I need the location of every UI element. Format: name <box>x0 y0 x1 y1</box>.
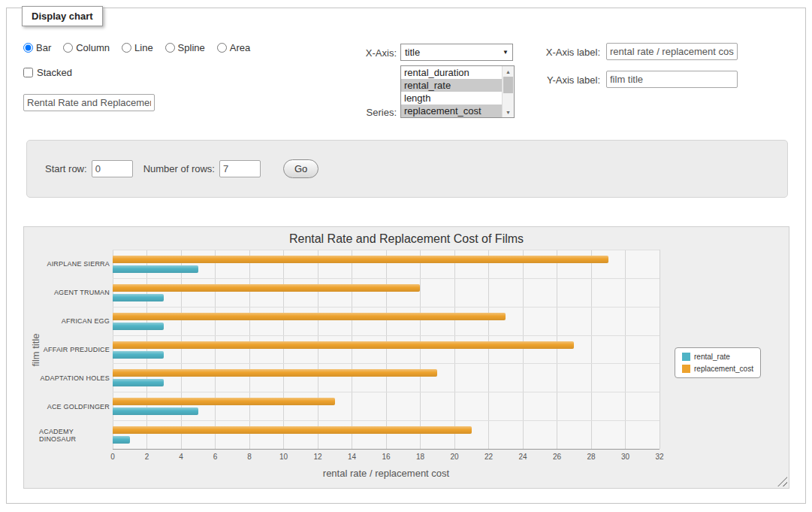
x-tick-label: 10 <box>279 453 288 461</box>
stacked-option[interactable]: Stacked <box>23 67 72 78</box>
category-label: AFRICAN EGG <box>39 307 110 335</box>
chart-type-option-spline[interactable]: Spline <box>165 42 205 53</box>
bar-replacement_cost <box>113 426 472 434</box>
chart-title-input[interactable] <box>23 94 155 111</box>
bar-rental_rate <box>113 436 130 444</box>
legend-item-rental_rate[interactable]: rental_rate <box>682 353 753 361</box>
scroll-down-icon[interactable]: ▼ <box>503 107 514 117</box>
bar-group <box>113 364 660 392</box>
series-list-label: Series: <box>322 107 397 118</box>
x-tick-label: 24 <box>518 453 527 461</box>
radio-column[interactable] <box>63 43 73 53</box>
x-axis-title: rental rate / replacement cost <box>113 468 660 479</box>
radio-spline[interactable] <box>165 43 175 53</box>
x-tick-label: 32 <box>655 453 663 461</box>
chart-legend: rental_ratereplacement_cost <box>675 347 761 378</box>
start-row-label: Start row: <box>45 163 87 174</box>
start-row-input[interactable] <box>92 160 133 177</box>
category-label: ADAPTATION HOLES <box>39 364 110 392</box>
radio-label: Area <box>230 42 250 53</box>
x-tick-label: 2 <box>145 453 149 461</box>
chart-type-option-bar[interactable]: Bar <box>23 42 51 53</box>
bar-rental_rate <box>113 407 198 415</box>
legend-label: rental_rate <box>694 353 730 361</box>
category-label: AGENT TRUMAN <box>39 278 110 307</box>
bar-replacement_cost <box>113 284 420 292</box>
x-tick-label: 8 <box>247 453 252 461</box>
x-axis-label-label: X-Axis label: <box>488 47 600 58</box>
bar-replacement_cost <box>113 313 506 320</box>
number-of-rows-label: Number of rows: <box>143 163 215 174</box>
bar-replacement_cost <box>113 369 437 377</box>
x-axis-label-input[interactable] <box>606 43 738 60</box>
series-option-replacement_cost[interactable]: replacement_cost <box>401 105 502 117</box>
bar-rental_rate <box>113 265 198 273</box>
x-axis-select-label: X-Axis: <box>322 47 397 59</box>
x-tick-label: 22 <box>484 453 493 461</box>
bar-group <box>113 279 660 308</box>
bar-rental_rate <box>113 294 164 301</box>
bar-rows <box>113 250 660 449</box>
chart-title: Rental Rate and Replacement Cost of Film… <box>24 232 789 246</box>
x-tick-label: 18 <box>416 453 424 461</box>
plot-area <box>113 250 660 450</box>
bar-rental_rate <box>113 351 164 359</box>
legend-swatch <box>682 353 690 361</box>
bar-replacement_cost <box>113 256 608 263</box>
legend-swatch <box>682 365 690 373</box>
chart-type-option-line[interactable]: Line <box>122 42 153 53</box>
radio-label: Spline <box>178 42 205 53</box>
radio-label: Column <box>76 42 110 53</box>
legend-item-replacement_cost[interactable]: replacement_cost <box>682 365 753 373</box>
bar-group <box>113 250 660 279</box>
bar-rental_rate <box>113 379 164 386</box>
radio-bar[interactable] <box>23 43 33 53</box>
radio-label: Line <box>134 42 153 53</box>
stacked-checkbox[interactable] <box>23 68 33 77</box>
radio-label: Bar <box>36 42 51 53</box>
bar-group <box>113 336 660 365</box>
x-tick-label: 0 <box>110 453 115 461</box>
bar-rental_rate <box>113 323 164 330</box>
resize-handle-icon[interactable] <box>777 477 787 486</box>
x-tick-label: 30 <box>621 453 629 461</box>
bar-group <box>113 421 660 449</box>
panel-legend: Display chart <box>22 6 103 26</box>
row-controls-panel: Start row: Number of rows: Go <box>26 140 788 198</box>
x-tick-label: 16 <box>382 453 390 461</box>
x-tick-label: 20 <box>450 453 458 461</box>
chart-type-radios: BarColumnLineSplineArea <box>23 42 250 53</box>
radio-area[interactable] <box>217 43 227 53</box>
x-tick-label: 4 <box>179 453 183 461</box>
x-tick-label: 28 <box>587 453 595 461</box>
x-tick-label: 12 <box>313 453 321 461</box>
legend-label: replacement_cost <box>694 365 753 373</box>
bar-group <box>113 308 660 336</box>
x-tick-label: 26 <box>553 453 561 461</box>
stacked-label: Stacked <box>37 67 72 78</box>
chart-type-option-column[interactable]: Column <box>63 42 110 53</box>
category-label: ACE GOLDFINGER <box>39 392 110 421</box>
series-option-rental_rate[interactable]: rental_rate <box>401 79 502 92</box>
category-label: AIRPLANE SIERRA <box>39 250 110 278</box>
bar-replacement_cost <box>113 398 335 405</box>
chart-container: Rental Rate and Replacement Cost of Film… <box>23 226 789 489</box>
bar-replacement_cost <box>113 341 574 349</box>
display-chart-panel: Display chart BarColumnLineSplineArea St… <box>6 8 806 504</box>
radio-line[interactable] <box>122 43 131 53</box>
category-label: AFFAIR PREJUDICE <box>39 335 110 364</box>
y-axis-label-label: Y-Axis label: <box>488 74 600 86</box>
series-option-rental_duration[interactable]: rental_duration <box>401 66 502 79</box>
go-button[interactable]: Go <box>283 159 318 178</box>
x-tick-label: 6 <box>213 453 218 461</box>
series-option-length[interactable]: length <box>401 92 502 105</box>
x-tick-label: 14 <box>348 453 356 461</box>
category-label: ACADEMY DINOSAUR <box>39 421 110 450</box>
x-tick-labels: 02468101214161820222426283032 <box>113 453 660 463</box>
series-listbox[interactable]: rental_durationrental_ratelengthreplacem… <box>400 65 515 118</box>
category-labels: AIRPLANE SIERRAAGENT TRUMANAFRICAN EGGAF… <box>39 250 110 450</box>
chart-type-option-area[interactable]: Area <box>217 42 250 53</box>
number-of-rows-input[interactable] <box>219 160 261 177</box>
y-axis-label-input[interactable] <box>606 71 738 88</box>
bar-group <box>113 392 660 421</box>
